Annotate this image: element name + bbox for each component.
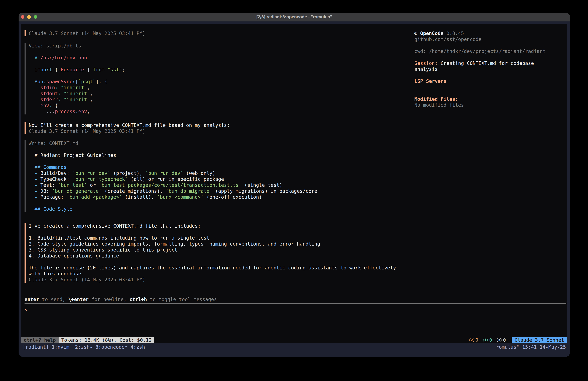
terminal-line: env: { bbox=[29, 103, 412, 109]
terminal-line: Claude 3.7 Sonnet (14 May 2025 03:41 PM) bbox=[29, 128, 412, 134]
terminal-line: I've created a comprehensive CONTEXT.md … bbox=[29, 223, 412, 229]
terminal-line bbox=[414, 72, 565, 78]
terminal-line: © OpenCode 0.0.45 bbox=[414, 30, 565, 36]
window-titlebar: [2/3] radiant:3:opencode - "romulus" bbox=[19, 13, 570, 22]
terminal-line: Session: Creating CONTEXT.md for codebas… bbox=[414, 60, 565, 66]
info-icon: i bbox=[483, 338, 488, 342]
terminal-line bbox=[29, 49, 412, 55]
terminal-line: import { Resource } from "sst"; bbox=[29, 67, 412, 73]
terminal-line: View: script/db.ts bbox=[29, 43, 412, 49]
conversation: Claude 3.7 Sonnet (14 May 2025 03:41 PM)… bbox=[24, 30, 412, 283]
desktop: [2/3] radiant:3:opencode - "romulus" Cla… bbox=[0, 0, 588, 381]
assistant-message: Now I'll create a comprehensive CONTEXT.… bbox=[24, 122, 412, 134]
terminal-line: No modified files bbox=[414, 102, 565, 108]
terminal-line bbox=[29, 61, 412, 67]
tmux-session-clock: "romulus" 15:41 14-May-25 bbox=[493, 344, 566, 357]
tool-view-block: View: script/db.ts #!/usr/bin/env bun im… bbox=[24, 43, 412, 114]
terminal-line: cwd: /home/thdxr/dev/projects/radiant/ra… bbox=[414, 48, 565, 54]
terminal-line: - DB: `bun db generate` (create migratio… bbox=[29, 188, 412, 194]
diagnostic-counters: w 0 i 0 h 0 bbox=[469, 337, 506, 343]
hint-counter: h 0 bbox=[497, 337, 506, 343]
window-title: [2/3] radiant:3:opencode - "romulus" bbox=[19, 13, 570, 21]
terminal-line: stderr: "inherit", bbox=[29, 96, 412, 103]
terminal-line: - Package: `bun add <package>` (install)… bbox=[29, 194, 412, 200]
chat-input[interactable] bbox=[30, 307, 566, 313]
hint-count: 0 bbox=[503, 337, 506, 343]
tool-write-block: Write: CONTEXT.md # Radiant Project Guid… bbox=[24, 140, 412, 212]
hint-icon: h bbox=[497, 338, 502, 342]
info-count: 0 bbox=[489, 337, 492, 343]
opencode-statusbar: ctrl+? help Tokens: 16.4K (8%), Cost: $0… bbox=[21, 337, 567, 343]
terminal-line: with this codebase. bbox=[29, 271, 412, 277]
prompt-row: > bbox=[24, 307, 566, 313]
terminal-line bbox=[29, 259, 412, 265]
terminal-line: The file is concise (20 lines) and captu… bbox=[29, 265, 412, 271]
terminal-line: enter to send, \+enter for newline, ctrl… bbox=[24, 296, 566, 302]
terminal-line: 4. Database operations guidance bbox=[29, 253, 412, 259]
terminal-line: analysis bbox=[414, 66, 565, 72]
terminal-line: github.com/sst/opencode bbox=[414, 36, 565, 42]
terminal-window: [2/3] radiant:3:opencode - "romulus" Cla… bbox=[19, 13, 570, 357]
session-sidebar: © OpenCode 0.0.45github.com/sst/opencode… bbox=[414, 30, 565, 108]
tmux-statusbar: [radiant] 1:nvim 2:zsh- 3:opencode* 4:zs… bbox=[19, 343, 570, 357]
prompt-caret-icon: > bbox=[24, 307, 30, 313]
tmux-window-list[interactable]: [radiant] 1:nvim 2:zsh- 3:opencode* 4:zs… bbox=[22, 344, 145, 357]
terminal-line: stdout: "inherit", bbox=[29, 90, 412, 96]
assistant-message: I've created a comprehensive CONTEXT.md … bbox=[24, 223, 412, 283]
terminal-line: ## Commands bbox=[29, 164, 412, 170]
terminal-line bbox=[414, 42, 565, 48]
terminal-line bbox=[29, 158, 412, 164]
warning-icon: w bbox=[469, 338, 474, 342]
terminal-line: Claude 3.7 Sonnet (14 May 2025 03:41 PM) bbox=[29, 30, 412, 36]
terminal-line: Modified Files: bbox=[414, 96, 565, 102]
terminal-line: ...process.env, bbox=[29, 109, 412, 114]
terminal-line: - TypeCheck: `bun run typecheck` (all) o… bbox=[29, 176, 412, 182]
terminal-line: Write: CONTEXT.md bbox=[29, 140, 412, 146]
terminal-line: # Radiant Project Guidelines bbox=[29, 152, 412, 158]
terminal-line: - Test: `bun test` or `bun test packages… bbox=[29, 182, 412, 188]
terminal-line bbox=[29, 200, 412, 206]
statusbar-spacer bbox=[154, 337, 469, 343]
model-badge[interactable]: Claude 3.7 Sonnet bbox=[512, 337, 567, 343]
terminal-line: 3. CSS styling conventions specific to t… bbox=[29, 247, 412, 253]
terminal-line bbox=[29, 146, 412, 152]
terminal-line bbox=[29, 229, 412, 235]
help-shortcut-badge[interactable]: ctrl+? help bbox=[21, 337, 59, 343]
terminal-line bbox=[29, 73, 412, 79]
terminal-line: Claude 3.7 Sonnet (14 May 2025 03:41 PM) bbox=[29, 277, 412, 283]
keybinding-help: enter to send, \+enter for newline, ctrl… bbox=[24, 296, 566, 302]
warning-count: 0 bbox=[476, 337, 478, 343]
terminal-line: stdin: "inherit", bbox=[29, 85, 412, 90]
tokens-cost-badge: Tokens: 16.4K (8%), Cost: $0.12 bbox=[59, 337, 154, 343]
warning-counter: w 0 bbox=[469, 337, 478, 343]
terminal-line: Now I'll create a comprehensive CONTEXT.… bbox=[29, 122, 412, 128]
info-counter: i 0 bbox=[483, 337, 492, 343]
input-divider bbox=[24, 303, 566, 304]
terminal-line: ## Code Style bbox=[29, 206, 412, 212]
terminal-line: - Build/Dev: `bun run dev` (project), `b… bbox=[29, 170, 412, 176]
input-footer: enter to send, \+enter for newline, ctrl… bbox=[24, 296, 566, 313]
assistant-message-header: Claude 3.7 Sonnet (14 May 2025 03:41 PM) bbox=[24, 30, 412, 36]
terminal-line: #!/usr/bin/env bun bbox=[29, 55, 412, 61]
terminal-line: Bun.spawnSync([`psql`], { bbox=[29, 79, 412, 85]
terminal-line bbox=[414, 84, 565, 90]
terminal-line: LSP Servers bbox=[414, 78, 565, 84]
opencode-terminal: Claude 3.7 Sonnet (14 May 2025 03:41 PM)… bbox=[21, 24, 567, 343]
terminal-line: 2. Code style guidelines covering import… bbox=[29, 241, 412, 247]
terminal-line: 1. Build/lint/test commands including ho… bbox=[29, 235, 412, 241]
terminal-line bbox=[414, 54, 565, 60]
terminal-line bbox=[414, 90, 565, 96]
